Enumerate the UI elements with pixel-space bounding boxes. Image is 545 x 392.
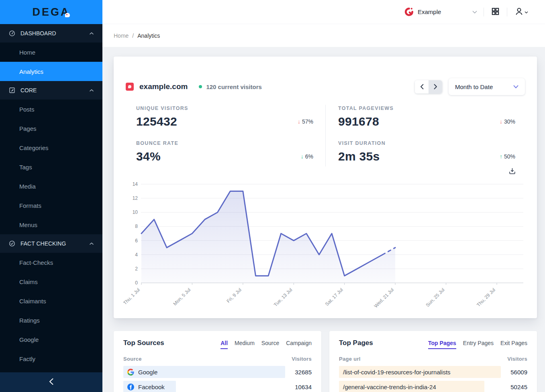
sidebar-section-fact-checking[interactable]: FACT CHECKING <box>0 234 102 253</box>
sidebar-item-categories[interactable]: Categories <box>0 138 102 157</box>
arrow-down-icon: ↓ <box>500 118 502 125</box>
sidebar-item-google[interactable]: Google <box>0 330 102 349</box>
column-header-visitors: Visitors <box>292 356 312 362</box>
period-controls: Month to Date <box>415 78 525 95</box>
divider <box>507 8 507 16</box>
top-sources-tab-campaign[interactable]: Campaign <box>286 340 312 349</box>
top-pages-card: Top Pages Top PagesEntry PagesExit Pages… <box>329 331 537 392</box>
chevron-down-icon <box>513 85 518 89</box>
space-selector[interactable]: Example <box>404 7 477 17</box>
app-logo[interactable]: DEGA <box>0 0 102 24</box>
top-pages-tab-exit-pages[interactable]: Exit Pages <box>500 340 527 349</box>
top-sources-tabs: AllMediumSourceCampaign <box>220 340 312 349</box>
stat-delta-value: 6% <box>305 153 313 160</box>
svg-text:Mon, 5 Jul: Mon, 5 Jul <box>172 287 192 307</box>
sidebar-item-analytics[interactable]: Analytics <box>0 62 102 81</box>
sidebar-menu: DASHBOARDHomeAnalyticsCOREPostsPagesCate… <box>0 24 102 372</box>
prev-period-button[interactable] <box>415 80 429 93</box>
sidebar-item-menus[interactable]: Menus <box>0 215 102 234</box>
chevron-left-icon <box>48 378 54 387</box>
column-header-source: Source <box>123 356 142 362</box>
download-icon <box>508 167 516 176</box>
svg-text:4: 4 <box>135 252 138 258</box>
top-sources-title: Top Sources <box>123 339 164 347</box>
sidebar-item-factly[interactable]: Factly <box>0 349 102 368</box>
period-select-value: Month to Date <box>455 83 493 90</box>
top-sources-tab-all[interactable]: All <box>220 340 228 349</box>
chevron-up-icon <box>90 242 94 245</box>
app-root: DEGA DASHBOARDHomeAnalyticsCOREPostsPage… <box>0 0 545 392</box>
download-button[interactable] <box>508 167 516 176</box>
sidebar-item-claims[interactable]: Claims <box>0 272 102 291</box>
sidebar-item-claimants[interactable]: Claimants <box>0 291 102 311</box>
sidebar-item-tags[interactable]: Tags <box>0 157 102 177</box>
sidebar-section-core[interactable]: CORE <box>0 81 102 100</box>
sidebar-item-pages[interactable]: Pages <box>0 119 102 138</box>
sidebar-item-label: Fact-Checks <box>19 259 53 266</box>
top-sources-tab-source[interactable]: Source <box>261 340 279 349</box>
logo-text: DEGA <box>32 6 70 18</box>
stat-delta: ↑50% <box>500 153 515 160</box>
breadcrumb-separator: / <box>132 32 134 39</box>
sidebar-item-media[interactable]: Media <box>0 177 102 196</box>
chart-canvas: 02468101214Thu, 1 JulMon, 5 JulFri, 9 Ju… <box>123 177 527 309</box>
sidebar-item-posts[interactable]: Posts <box>0 100 102 119</box>
svg-text:Sat, 17 Jul: Sat, 17 Jul <box>324 287 344 307</box>
sidebar-item-fact-checks[interactable]: Fact-Checks <box>0 253 102 272</box>
svg-text:2: 2 <box>135 266 138 272</box>
stat-label: BOUNCE RATE <box>136 140 178 146</box>
top-pages-table: /list-of-covid-19-resources-for-journali… <box>339 366 527 392</box>
next-period-button[interactable] <box>429 80 442 93</box>
row-label: /list-of-covid-19-resources-for-journali… <box>343 369 451 376</box>
user-menu-button[interactable] <box>514 6 529 18</box>
bottom-row: Top Sources AllMediumSourceCampaign Sour… <box>114 331 537 392</box>
stat-delta: ↓57% <box>298 118 313 125</box>
current-visitors: 120 current visitors <box>206 83 261 90</box>
arrow-up-icon: ↑ <box>500 153 502 160</box>
stat-label: VISIT DURATION <box>338 140 386 146</box>
sidebar-item-home[interactable]: Home <box>0 43 102 62</box>
stat-bounce-rate: BOUNCE RATE34%↓6% <box>123 140 325 163</box>
divider <box>484 8 484 16</box>
top-pages-row-general-vaccine-trends-in-india-24: /general-vaccine-trends-in-india-2450245 <box>339 381 527 392</box>
stat-value: 34% <box>136 150 178 163</box>
row-label: Facebook <box>138 384 165 390</box>
arrow-down-icon: ↓ <box>298 118 300 125</box>
top-pages-tab-top-pages[interactable]: Top Pages <box>428 340 456 349</box>
chevron-up-icon <box>90 89 94 91</box>
breadcrumb-home[interactable]: Home <box>114 32 129 39</box>
period-select[interactable]: Month to Date <box>449 78 525 95</box>
top-pages-tabs: Top PagesEntry PagesExit Pages <box>428 340 527 349</box>
sidebar-item-label: Home <box>19 49 35 56</box>
sidebar-collapse-button[interactable] <box>0 372 102 392</box>
sidebar-item-label: Media <box>19 183 36 190</box>
sidebar-item-label: Ratings <box>19 317 40 324</box>
sidebar-item-label: Google <box>19 336 39 343</box>
stats-grid: UNIQUE VISITORS125432↓57%TOTAL PAGEVIEWS… <box>123 106 527 163</box>
top-pages-title: Top Pages <box>339 339 373 347</box>
sidebar-item-ratings[interactable]: Ratings <box>0 311 102 330</box>
row-visitors: 32685 <box>295 369 312 376</box>
sidebar-item-label: Claims <box>19 278 38 285</box>
stat-value: 125432 <box>136 115 188 128</box>
row-visitors: 10634 <box>295 384 312 390</box>
sidebar-section-label: CORE <box>20 87 37 93</box>
top-sources-tab-medium[interactable]: Medium <box>235 340 255 349</box>
svg-text:0: 0 <box>135 280 138 286</box>
facebook-icon <box>127 384 134 390</box>
stat-value: 2m 35s <box>338 150 386 163</box>
content: example.com 120 current visitors <box>102 47 545 392</box>
topbar: Example <box>102 0 545 24</box>
top-sources-table: Google32685Facebook10634 <box>123 366 312 392</box>
site-favicon-icon <box>126 83 134 91</box>
sidebar-item-formats[interactable]: Formats <box>0 196 102 215</box>
stat-visit-duration: VISIT DURATION2m 35s↑50% <box>325 140 527 163</box>
arrow-down-icon: ↓ <box>301 153 304 160</box>
svg-text:Tue, 13 Jul: Tue, 13 Jul <box>273 287 294 308</box>
sidebar-item-label: Menus <box>19 221 37 228</box>
top-pages-tab-entry-pages[interactable]: Entry Pages <box>463 340 494 349</box>
sidebar-item-label: Formats <box>19 202 41 209</box>
sidebar-section-dashboard[interactable]: DASHBOARD <box>0 24 102 43</box>
apps-grid-button[interactable] <box>490 6 500 18</box>
sidebar-item-label: Posts <box>19 106 35 113</box>
